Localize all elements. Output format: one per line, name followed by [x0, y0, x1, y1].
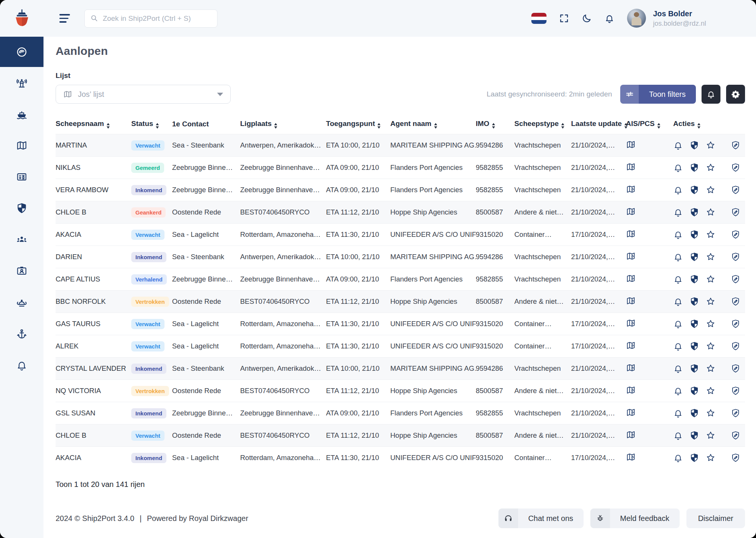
row-favorite-star-icon[interactable]	[706, 274, 716, 284]
column-header-imo[interactable]: IMO	[476, 114, 514, 134]
search-input[interactable]	[102, 14, 211, 23]
ais-map-icon[interactable]	[626, 363, 636, 373]
row-shield-edit-icon[interactable]	[731, 341, 740, 351]
table-row[interactable]: AKACIAVerwachtSea - LagelichtRotterdam, …	[56, 224, 745, 246]
row-favorite-star-icon[interactable]	[706, 230, 716, 239]
ais-map-icon[interactable]	[626, 341, 636, 350]
row-alert-bell-icon[interactable]	[673, 297, 683, 306]
row-shield-icon[interactable]	[689, 274, 699, 284]
ais-map-icon[interactable]	[626, 140, 636, 149]
row-shield-icon[interactable]	[689, 185, 699, 195]
row-shield-edit-icon[interactable]	[731, 431, 740, 440]
ais-map-icon[interactable]	[626, 162, 636, 172]
table-row[interactable]: AKACIAInkomendSea - LagelichtRotterdam, …	[56, 447, 745, 469]
table-row[interactable]: GAS TAURUSVerwachtSea - LagelichtRotterd…	[56, 313, 745, 335]
sidebar-item-anchor[interactable]	[0, 318, 43, 350]
sidebar-item-bell[interactable]	[0, 350, 43, 381]
column-header-agent-naam[interactable]: Agent naam	[390, 114, 476, 134]
row-shield-edit-icon[interactable]	[731, 140, 740, 150]
sidebar-item-ship[interactable]	[0, 98, 43, 130]
sidebar-item-port-control[interactable]	[0, 67, 43, 98]
column-header-toegangspunt[interactable]: Toegangspunt	[326, 114, 390, 134]
user-info[interactable]: Jos Bolder jos.bolder@rdz.nl	[653, 9, 706, 28]
row-shield-icon[interactable]	[689, 319, 699, 329]
row-favorite-star-icon[interactable]	[706, 408, 716, 418]
table-row[interactable]: DARIENInkomendSea - SteenbankAntwerpen, …	[56, 246, 745, 268]
feedback-button[interactable]: Meld feedback	[590, 508, 680, 528]
row-alert-bell-icon[interactable]	[673, 453, 683, 463]
ais-map-icon[interactable]	[626, 430, 636, 440]
row-favorite-star-icon[interactable]	[706, 341, 716, 351]
sidebar-item-radar[interactable]	[0, 37, 43, 67]
ais-map-icon[interactable]	[626, 229, 636, 239]
row-alert-bell-icon[interactable]	[673, 140, 683, 150]
row-shield-icon[interactable]	[689, 297, 699, 306]
row-alert-bell-icon[interactable]	[673, 207, 683, 217]
row-alert-bell-icon[interactable]	[673, 252, 683, 262]
row-shield-edit-icon[interactable]	[731, 230, 740, 239]
column-header-scheepsnaam[interactable]: Scheepsnaam	[56, 114, 131, 134]
row-shield-icon[interactable]	[689, 163, 699, 173]
row-alert-bell-icon[interactable]	[673, 341, 683, 351]
column-header-laatste-update[interactable]: Laatste update	[571, 114, 626, 134]
row-favorite-star-icon[interactable]	[706, 364, 716, 373]
ais-map-icon[interactable]	[626, 207, 636, 216]
ais-map-icon[interactable]	[626, 251, 636, 261]
column-header-status[interactable]: Status	[131, 114, 172, 134]
table-row[interactable]: MARTINAVerwachtSea - SteenbankAntwerpen,…	[56, 134, 745, 157]
show-filters-button[interactable]: Toon filters	[620, 85, 696, 104]
table-alerts-button[interactable]	[702, 85, 720, 104]
ais-map-icon[interactable]	[626, 274, 636, 283]
row-shield-edit-icon[interactable]	[731, 185, 740, 195]
row-shield-edit-icon[interactable]	[731, 364, 740, 373]
row-alert-bell-icon[interactable]	[673, 319, 683, 329]
row-favorite-star-icon[interactable]	[706, 185, 716, 195]
sidebar-item-team[interactable]	[0, 224, 43, 255]
list-dropdown[interactable]: Jos’ lijst	[56, 85, 231, 104]
table-row[interactable]: CRYSTAL LAVENDERInkomendSea - SteenbankA…	[56, 358, 745, 380]
chat-button[interactable]: Chat met ons	[498, 508, 584, 528]
row-shield-edit-icon[interactable]	[731, 297, 740, 306]
ais-map-icon[interactable]	[626, 407, 636, 417]
table-row[interactable]: NQ VICTORIAVertrokkenOostende RedeBEST07…	[56, 380, 745, 402]
row-alert-bell-icon[interactable]	[673, 408, 683, 418]
menu-toggle-button[interactable]	[59, 14, 70, 23]
row-favorite-star-icon[interactable]	[706, 252, 716, 262]
table-row[interactable]: NIKLASGemeerdZeebrugge Binne…Zeebrugge B…	[56, 157, 745, 179]
row-alert-bell-icon[interactable]	[673, 364, 683, 373]
row-shield-edit-icon[interactable]	[731, 319, 740, 329]
sidebar-item-map[interactable]	[0, 130, 43, 161]
row-alert-bell-icon[interactable]	[673, 163, 683, 173]
row-shield-icon[interactable]	[689, 230, 699, 239]
row-shield-edit-icon[interactable]	[731, 386, 740, 396]
row-favorite-star-icon[interactable]	[706, 453, 716, 463]
row-shield-icon[interactable]	[689, 252, 699, 262]
ais-map-icon[interactable]	[626, 318, 636, 328]
row-shield-edit-icon[interactable]	[731, 163, 740, 173]
dark-mode-moon-icon[interactable]	[582, 13, 592, 23]
row-favorite-star-icon[interactable]	[706, 319, 716, 329]
notifications-bell-icon[interactable]	[604, 13, 615, 23]
row-shield-icon[interactable]	[689, 431, 699, 440]
row-favorite-star-icon[interactable]	[706, 163, 716, 173]
fullscreen-icon[interactable]	[559, 13, 569, 23]
table-settings-button[interactable]	[726, 85, 745, 104]
row-shield-icon[interactable]	[689, 453, 699, 463]
table-row[interactable]: CAPE ALTIUSVerhalendZeebrugge Binne…Zeeb…	[56, 268, 745, 291]
sidebar-item-service-bell[interactable]	[0, 287, 43, 318]
row-favorite-star-icon[interactable]	[706, 207, 716, 217]
table-row[interactable]: VERA RAMBOWInkomendZeebrugge Binne…Zeebr…	[56, 179, 745, 201]
row-favorite-star-icon[interactable]	[706, 386, 716, 396]
table-row[interactable]: CHLOE BGeankerdOostende RedeBEST07406450…	[56, 201, 745, 224]
row-shield-icon[interactable]	[689, 408, 699, 418]
table-row[interactable]: CHLOE BVerwachtOostende RedeBEST07406450…	[56, 424, 745, 447]
ais-map-icon[interactable]	[626, 184, 636, 194]
row-favorite-star-icon[interactable]	[706, 140, 716, 150]
column-header-acties[interactable]: Acties	[673, 114, 745, 134]
row-shield-edit-icon[interactable]	[731, 408, 740, 418]
sidebar-item-id-card[interactable]	[0, 255, 43, 287]
column-header-ais-pcs[interactable]: AIS/PCS	[626, 114, 673, 134]
row-shield-edit-icon[interactable]	[731, 274, 740, 284]
column-header-scheepstype[interactable]: Scheepstype	[514, 114, 571, 134]
row-shield-edit-icon[interactable]	[731, 207, 740, 217]
